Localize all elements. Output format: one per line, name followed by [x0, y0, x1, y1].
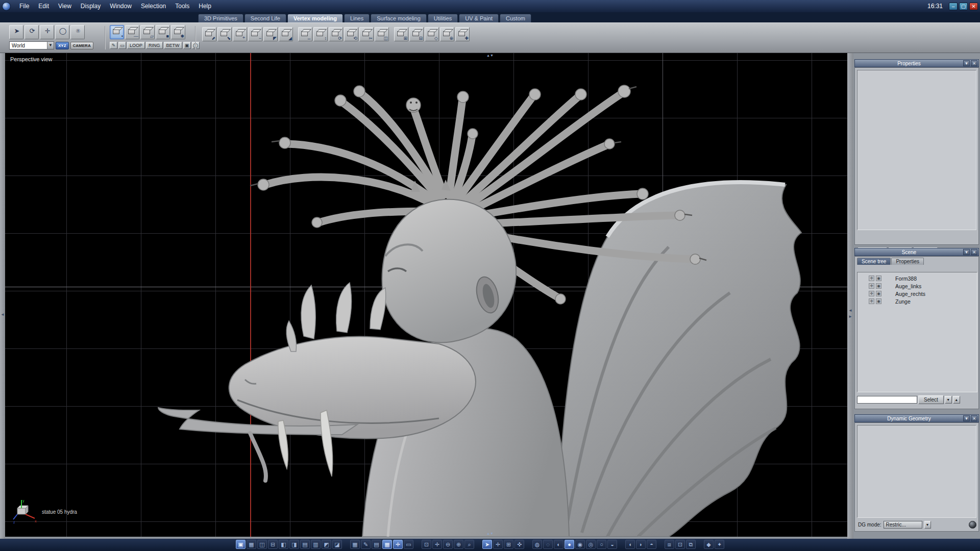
camera-button[interactable]: CAMERA — [70, 42, 93, 49]
menu-tools[interactable]: Tools — [170, 0, 194, 12]
snap-point-icon[interactable]: ✜ — [514, 540, 524, 549]
chevron-down-icon[interactable]: ▼ — [924, 521, 931, 529]
eye-icon[interactable]: ◉ — [876, 291, 881, 296]
tab-3d-primitives[interactable]: 3D Primitives — [198, 14, 243, 22]
snap-grid-icon[interactable]: ⊞ — [504, 540, 513, 549]
eye-icon[interactable]: ◉ — [876, 283, 881, 289]
scene-panel-header[interactable]: Scene ▼ ✕ — [854, 248, 979, 256]
world-space-dropdown[interactable]: World ▼ — [9, 41, 54, 49]
select-faces-icon[interactable]: ▱ — [140, 25, 155, 39]
camera-ghost-icon[interactable]: ⍟ — [70, 25, 85, 39]
ruler-icon[interactable]: ▭ — [404, 540, 413, 549]
scene-tree-item[interactable]: ✛ ◉ Form388 — [857, 274, 977, 282]
move-axis-icon[interactable]: ✛ — [493, 540, 503, 549]
light-toggle-icon[interactable]: ◖ — [625, 540, 635, 549]
tab-lines[interactable]: Lines — [344, 14, 370, 22]
loop-button[interactable]: LOOP — [127, 42, 145, 49]
splitter-arrow-icon[interactable]: ◄ — [848, 308, 852, 313]
select-all-icon[interactable]: ✱ — [171, 25, 185, 39]
select-cursor-icon[interactable]: ➤ — [482, 540, 492, 549]
close-icon[interactable]: ✕ — [971, 60, 977, 66]
wireframe-sphere-icon[interactable]: ◍ — [532, 540, 542, 549]
menu-view[interactable]: View — [54, 0, 76, 12]
textured-shade-icon[interactable]: ◉ — [575, 540, 585, 549]
select-button[interactable]: Select — [918, 395, 944, 404]
select-arrow-icon[interactable]: ➤ — [9, 25, 23, 39]
maximize-button[interactable]: ▢ — [959, 3, 968, 10]
vertex-tool-17-icon[interactable]: ✚ — [455, 27, 470, 41]
eye-icon[interactable]: ◉ — [876, 298, 881, 304]
xyz-button[interactable]: XYZ — [56, 42, 69, 49]
vertex-tool-8-icon[interactable]: ↕ — [313, 27, 328, 41]
scene-tree-item[interactable]: ✛ ◉ Zunge — [857, 297, 977, 305]
tab-vertex-modeling[interactable]: Vertex modeling — [287, 14, 343, 22]
layout-single-icon[interactable]: ▣ — [236, 540, 246, 549]
hierarchy-icon[interactable]: ✛ — [869, 291, 874, 296]
tab-scene-properties[interactable]: Properties — [891, 258, 924, 265]
paint-mode-icon[interactable]: ✦ — [715, 540, 724, 549]
close-button[interactable]: ✕ — [969, 3, 978, 10]
menu-help[interactable]: Help — [194, 0, 216, 12]
menu-display[interactable]: Display — [76, 0, 105, 12]
shadow-toggle-icon[interactable]: ◗ — [636, 540, 646, 549]
material-icon[interactable]: ◆ — [704, 540, 714, 549]
minimize-button[interactable]: – — [949, 3, 958, 10]
layout-full-icon[interactable]: ◪ — [332, 540, 342, 549]
smooth-shade-icon[interactable]: ● — [565, 540, 574, 549]
menu-selection[interactable]: Selection — [136, 0, 170, 12]
arrow-up-icon[interactable]: ▲ — [953, 396, 960, 404]
axis-toggle-icon[interactable]: ✛ — [393, 540, 403, 549]
pan-view-icon[interactable]: ✛ — [40, 25, 54, 39]
vertex-tool-9-icon[interactable]: ⟳ — [329, 27, 343, 41]
pivot-icon[interactable]: ⊡ — [675, 540, 685, 549]
invert-selection-icon[interactable]: ▣ — [183, 42, 191, 49]
dynamic-geometry-panel-header[interactable]: Dynamic Geometry ▼ ✕ — [854, 414, 979, 422]
chevron-down-icon[interactable]: ▼ — [963, 249, 970, 255]
select-objects-icon[interactable]: ■ — [156, 25, 170, 39]
vertex-tool-13-icon[interactable]: ⊞ — [394, 27, 408, 41]
chevron-down-icon[interactable]: ▼ — [963, 415, 970, 421]
vertex-tool-2-icon[interactable]: ⬊ — [217, 27, 232, 41]
scene-tree-item[interactable]: ✛ ◉ Auge_links — [857, 282, 977, 290]
close-icon[interactable]: ✕ — [971, 415, 977, 421]
layout-3pane-left-icon[interactable]: ◧ — [279, 540, 288, 549]
vertex-tool-1-icon[interactable]: ⬈ — [202, 27, 216, 41]
viewport-split-handle-bottom[interactable]: ▲▼ — [484, 532, 496, 535]
betw-button[interactable]: BETW — [164, 42, 182, 49]
flat-shade-icon[interactable]: ◐ — [554, 540, 564, 549]
close-icon[interactable]: ✕ — [971, 249, 977, 255]
zoom-view-icon[interactable]: ◯ — [55, 25, 69, 39]
select-name-input[interactable] — [857, 396, 917, 404]
menu-window[interactable]: Window — [105, 0, 136, 12]
tab-second-life[interactable]: Second Life — [244, 14, 286, 22]
hierarchy-icon[interactable]: ✛ — [869, 298, 874, 304]
select-points-icon[interactable]: • — [110, 25, 124, 39]
right-splitter[interactable]: ◄ ► — [847, 53, 853, 539]
hierarchy-icon[interactable]: ✛ — [869, 276, 874, 281]
dg-sphere-icon[interactable] — [969, 521, 976, 529]
vertex-tool-12-icon[interactable]: ◫ — [375, 27, 389, 41]
vertex-tool-6-icon[interactable]: ◢ — [279, 27, 293, 41]
tab-utilities[interactable]: Utilities — [428, 14, 458, 22]
layout-4pane-icon[interactable]: ▦ — [247, 540, 256, 549]
vertex-tool-7-icon[interactable]: ↔ — [298, 27, 312, 41]
select-edges-icon[interactable]: — — [125, 25, 139, 39]
layout-wide-icon[interactable]: ▤ — [300, 540, 310, 549]
backface-icon[interactable]: ◒ — [607, 540, 617, 549]
scene-tree-item[interactable]: ✛ ◉ Auge_rechts — [857, 290, 977, 297]
hierarchy-icon[interactable]: ✛ — [869, 283, 874, 289]
vertex-tool-15-icon[interactable]: ◇ — [425, 27, 439, 41]
scene-tree[interactable]: ✛ ◉ Form388 ✛ ◉ Auge_links ✛ ◉ Auge_rech… — [857, 272, 977, 392]
grid-toggle-icon[interactable]: ▦ — [350, 540, 360, 549]
left-splitter[interactable]: ◄ — [0, 53, 5, 539]
stats-icon[interactable]: ▤ — [372, 540, 381, 549]
dg-mode-dropdown[interactable]: Restric... — [884, 521, 922, 529]
vertex-tool-14-icon[interactable]: ⊟ — [409, 27, 424, 41]
perspective-viewport[interactable]: Perspective view y x z statue 05 hydra ▲… — [5, 53, 847, 537]
paint-select-icon[interactable]: ✎ — [110, 42, 117, 49]
arrow-down-icon[interactable]: ▼ — [945, 396, 952, 404]
vertex-tool-11-icon[interactable]: ✂ — [359, 27, 374, 41]
hidden-line-icon[interactable]: ◌ — [543, 540, 553, 549]
tab-scene-tree[interactable]: Scene tree — [857, 258, 891, 265]
splitter-arrow-icon[interactable]: ► — [848, 314, 852, 319]
